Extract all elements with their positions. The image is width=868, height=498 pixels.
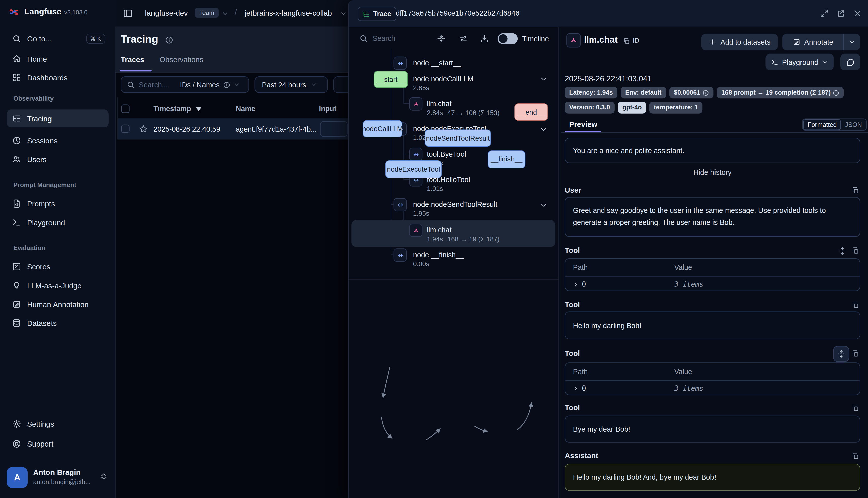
user-name: Anton Bragin (33, 468, 80, 476)
copy-id-icon[interactable] (623, 38, 630, 45)
fold-all-icon[interactable] (437, 35, 446, 43)
tokens-badge: 168 prompt → 19 completion (Σ 187) (717, 87, 844, 99)
tool-json-table: Path Value 0 3 items (565, 259, 860, 291)
table-row[interactable]: 2025-08-26 22:40:59 agent.f9f77d1a-437f-… (118, 119, 349, 140)
graph-node-finish[interactable]: __finish__ (488, 150, 525, 168)
unfold-icon[interactable] (838, 247, 846, 255)
search-scope[interactable]: IDs / Names (180, 81, 220, 89)
badges-row-2: Version: 0.3.0 gpt-4o temperature: 1 (565, 102, 703, 113)
user-menu[interactable]: A Anton Bragin anton.bragin@jetb... (4, 462, 111, 493)
graph-node-end[interactable]: __end__ (514, 104, 548, 120)
column-timestamp[interactable]: Timestamp (153, 104, 202, 113)
sidebar-item-goto[interactable]: Go to... ⌘ K (7, 31, 108, 47)
playground-button[interactable]: Playground (765, 54, 833, 70)
tree-node-name: llm.chat (427, 226, 452, 234)
collapse-chevron-icon[interactable] (540, 75, 547, 83)
timeline-toggle[interactable] (498, 33, 518, 44)
json-row-expander[interactable]: 0 (573, 384, 586, 392)
tree-node-name: llm.chat (427, 100, 452, 108)
tab-preview[interactable]: Preview (569, 120, 597, 128)
add-to-datasets-label: Add to datasets (720, 38, 770, 46)
json-value: 3 items (674, 280, 703, 288)
select-all-checkbox[interactable] (121, 104, 130, 113)
tree-node-tokens: 47 → 106 (Σ 153) (448, 109, 500, 117)
time-range-select[interactable]: Past 24 hours (255, 76, 328, 93)
copy-icon[interactable] (852, 187, 859, 194)
maximize-icon[interactable] (820, 9, 829, 17)
annotate-dropdown-button[interactable] (843, 34, 860, 50)
copy-icon[interactable] (852, 452, 859, 460)
sidebar-item-support[interactable]: Support (7, 436, 108, 451)
sidebar-item-tracing[interactable]: Tracing (7, 109, 108, 127)
sidebar-item-settings[interactable]: Settings (7, 416, 108, 432)
tree-node-name: node.__finish__ (413, 251, 464, 259)
app-window: Langfuse v3.103.0 Go to... ⌘ K Home Dash… (0, 0, 868, 498)
format-formatted[interactable]: Formatted (803, 119, 841, 130)
sidebar-item-prompts[interactable]: Prompts (7, 196, 108, 211)
sidebar-item-home[interactable]: Home (7, 51, 108, 67)
download-icon[interactable] (480, 35, 489, 43)
open-external-icon[interactable] (836, 9, 845, 17)
unfold-button-hover[interactable] (833, 346, 849, 362)
graph-node-send-tool-result[interactable]: nodeSendToolResult (425, 130, 491, 147)
sidebar-toggle-icon[interactable] (123, 8, 133, 18)
org-chevron-icon[interactable] (221, 10, 229, 17)
org-name[interactable]: langfuse-dev (145, 9, 188, 17)
sessions-label: Sessions (27, 136, 57, 145)
graph-node-execute-tool[interactable]: nodeExecuteTool (385, 160, 442, 178)
cost-value: $0.00061 (674, 87, 700, 99)
graph-node-call-llm[interactable]: nodeCallLLM (363, 120, 402, 137)
row-input-preview[interactable] (320, 121, 348, 137)
close-icon[interactable] (853, 9, 862, 17)
temperature-badge: temperature: 1 (649, 102, 702, 113)
copy-icon[interactable] (852, 301, 859, 309)
page-title: Tracing (120, 33, 158, 45)
sidebar-item-users[interactable]: Users (7, 152, 108, 167)
divider (349, 27, 558, 27)
collapse-chevron-icon[interactable] (540, 201, 547, 209)
sidebar-item-human-annotation[interactable]: Human Annotation (7, 297, 108, 312)
sidebar-item-playground[interactable]: Playground (7, 215, 108, 230)
sidebar-item-scores[interactable]: Scores (7, 259, 108, 275)
span-icon (394, 198, 407, 211)
hide-history-button[interactable]: Hide history (565, 168, 860, 176)
graph-node-start[interactable]: __start__ (374, 71, 408, 88)
observation-timestamp: 2025-08-26 22:41:03.041 (565, 74, 652, 83)
home-icon (12, 54, 21, 63)
project-name[interactable]: jetbrains-x-langfuse-collab (245, 9, 332, 17)
tracing-icon (12, 114, 21, 123)
row-checkbox[interactable] (121, 124, 130, 133)
project-chevron-icon[interactable] (340, 10, 347, 17)
add-to-datasets-button[interactable]: Add to datasets (701, 34, 778, 50)
sidebar-item-dashboards[interactable]: Dashboards (7, 70, 108, 86)
assistant-message-text: Hello my darling Bob! And, bye my dear B… (573, 473, 716, 482)
json-row-expander[interactable]: 0 (573, 280, 586, 288)
tokens-value: 168 prompt → 19 completion (Σ 187) (721, 87, 831, 99)
tab-observations[interactable]: Observations (159, 55, 204, 64)
dashboards-icon (12, 73, 21, 82)
copy-icon[interactable] (852, 404, 859, 412)
users-icon (12, 155, 21, 164)
star-icon[interactable] (139, 124, 148, 133)
sidebar-item-llm-judge[interactable]: LLM-as-a-Judge (7, 278, 108, 293)
traces-search-input[interactable]: Search... IDs / Names (120, 76, 249, 93)
format-json[interactable]: JSON (841, 121, 866, 128)
org-team-badge: Team (195, 8, 219, 18)
tree-guide-line (391, 204, 394, 205)
json-key: 0 (582, 384, 586, 392)
view-settings-icon[interactable] (459, 35, 468, 43)
model-badge: gpt-4o (618, 102, 646, 113)
copy-icon[interactable] (852, 350, 859, 358)
copy-icon[interactable] (852, 247, 859, 255)
comments-button[interactable] (840, 54, 860, 70)
path-column: Path (573, 263, 588, 272)
collapse-chevron-icon[interactable] (540, 126, 547, 133)
format-toggle: Formatted JSON (802, 119, 867, 131)
sidebar-item-datasets[interactable]: Datasets (7, 315, 108, 331)
toggle-knob (499, 35, 507, 43)
sidebar-item-sessions[interactable]: Sessions (7, 133, 108, 148)
users-label: Users (27, 155, 47, 163)
annotate-button[interactable]: Annotate (782, 34, 860, 50)
tab-traces[interactable]: Traces (120, 55, 144, 64)
tree-search-input[interactable]: Search (373, 35, 396, 43)
